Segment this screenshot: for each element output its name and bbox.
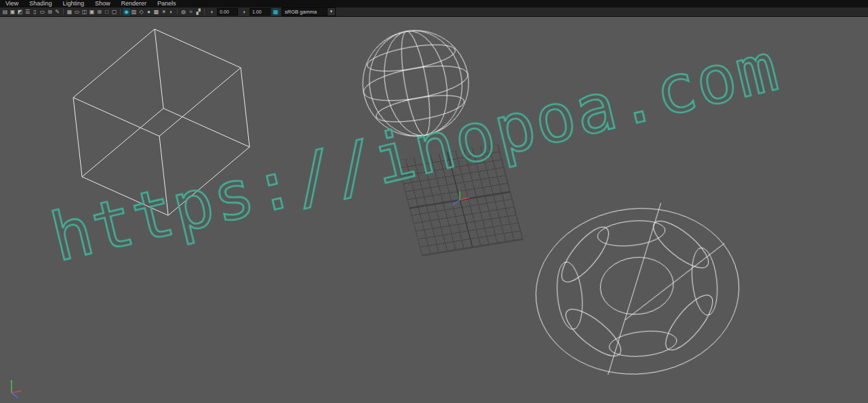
bookmark-icon[interactable]: ▯	[31, 8, 39, 16]
resolution-gate-icon[interactable]: ◫	[81, 8, 88, 16]
color-management-icon[interactable]: ▦	[272, 8, 279, 16]
menu-renderer[interactable]: Renderer	[115, 0, 152, 7]
world-origin-axis	[452, 191, 469, 205]
two-d-pan-zoom-icon[interactable]: ⊞	[46, 8, 54, 16]
exposure-icon: ◖	[208, 8, 216, 16]
shaded-mode-icon[interactable]: ●	[145, 8, 153, 16]
toolbar-icons: ▤▣◩☰▯▭⊞✎▦▭◫▣⊞□▢◉▨◇●▩☀◐◍≈▞◖0.00◗1.00▦sRGB…	[1, 7, 336, 16]
toolbar-separator	[63, 9, 64, 15]
gamma-field-group: ◗1.00	[241, 8, 271, 16]
panel-menu-bar: ViewShadingLightingShowRendererPanels	[0, 0, 868, 7]
select-camera-icon[interactable]: ▣	[9, 8, 16, 16]
toolbar-separator	[204, 9, 205, 15]
film-gate-icon[interactable]: ▭	[73, 8, 81, 16]
torus-wireframe[interactable]	[528, 196, 747, 384]
viewport[interactable]: https://inopoa.com	[0, 16, 868, 403]
safe-action-icon[interactable]: □	[103, 8, 111, 16]
grid-toggle-icon[interactable]: ▦	[66, 8, 73, 16]
wireframe-mode-icon[interactable]: ◇	[138, 8, 145, 16]
field-chart-icon[interactable]: ⊞	[96, 8, 103, 16]
exposure-field-group: ◖0.00	[208, 8, 238, 16]
image-plane-icon[interactable]: ▭	[39, 8, 46, 16]
view-axis-gizmo	[11, 381, 21, 398]
menu-shading[interactable]: Shading	[24, 0, 57, 7]
isolate-select-icon[interactable]: ◉	[123, 8, 130, 16]
gamma-icon: ◗	[241, 8, 248, 16]
motion-blur-icon[interactable]: ≈	[187, 8, 195, 16]
panel-toolbar: ▤▣◩☰▯▭⊞✎▦▭◫▣⊞□▢◉▨◇●▩☀◐◍≈▞◖0.00◗1.00▦sRGB…	[0, 7, 868, 17]
toolbar-separator	[120, 9, 121, 15]
menu-lighting[interactable]: Lighting	[57, 0, 90, 7]
safe-title-icon[interactable]: ▢	[111, 8, 118, 16]
chevron-down-icon: ▼	[327, 8, 335, 16]
gate-mask-icon[interactable]: ▣	[88, 8, 96, 16]
panel-layout-icon[interactable]: ▤	[1, 8, 9, 16]
textured-mode-icon[interactable]: ▩	[153, 8, 160, 16]
anti-aliasing-icon[interactable]: ▞	[195, 8, 202, 16]
ambient-occlusion-icon[interactable]: ◍	[180, 8, 187, 16]
shadows-icon[interactable]: ◐	[167, 8, 175, 16]
view-transform-select-value: sRGB gamma	[282, 8, 327, 16]
exposure-field[interactable]: 0.00	[217, 8, 238, 16]
lock-camera-icon[interactable]: ◩	[16, 8, 24, 16]
menu-show[interactable]: Show	[90, 0, 116, 7]
menu-panels[interactable]: Panels	[152, 0, 182, 7]
grease-pencil-icon[interactable]: ✎	[54, 8, 61, 16]
gamma-field[interactable]: 1.00	[250, 8, 271, 16]
menu-view[interactable]: View	[0, 0, 24, 7]
menu-bar-items: ViewShadingLightingShowRendererPanels	[0, 0, 182, 7]
xray-icon[interactable]: ▨	[130, 8, 138, 16]
camera-attributes-icon[interactable]: ☰	[24, 8, 31, 16]
toolbar-separator	[177, 9, 178, 15]
view-transform-select[interactable]: sRGB gamma▼	[281, 7, 336, 16]
use-all-lights-icon[interactable]: ☀	[160, 8, 167, 16]
